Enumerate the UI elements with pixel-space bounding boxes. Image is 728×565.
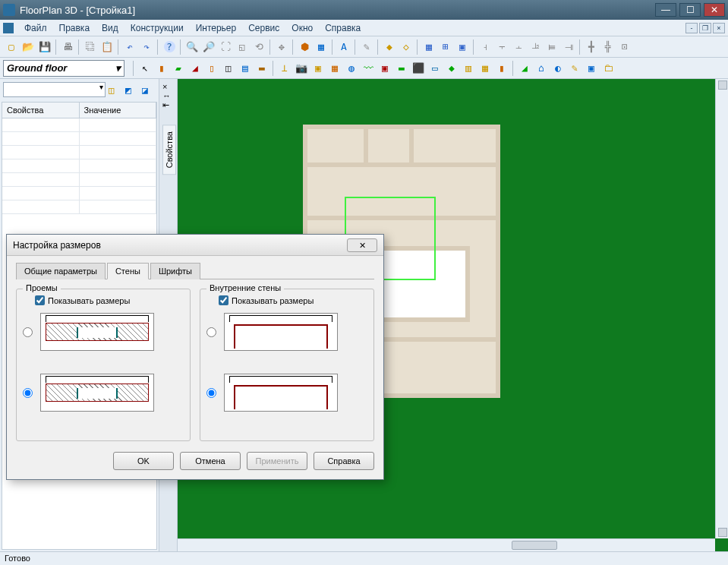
pointer-icon[interactable]: ↖ (137, 61, 153, 76)
scrollbar-horizontal[interactable] (178, 538, 715, 551)
prop-col-name[interactable]: Свойства (2, 103, 80, 118)
house-icon[interactable]: ⌂ (534, 61, 549, 76)
stairs-icon[interactable]: ▤ (238, 61, 253, 76)
beam-icon[interactable]: ⟂ (277, 61, 292, 76)
light-icon[interactable]: ▣ (310, 61, 326, 76)
menu-interior[interactable]: Интерьер (190, 21, 243, 35)
redo-icon[interactable]: ↷ (139, 39, 154, 55)
menu-file[interactable]: Файл (18, 21, 53, 35)
checkbox-show-dimensions-openings[interactable] (35, 295, 45, 305)
align-left-icon[interactable]: ⫞ (477, 39, 493, 55)
paste-icon[interactable]: 📋 (99, 39, 115, 55)
camera-icon[interactable]: 📷 (294, 61, 309, 76)
grid-icon[interactable]: ▦ (421, 39, 436, 55)
side-icon1[interactable]: ◫ (109, 83, 122, 96)
furniture-icon[interactable]: ▬ (394, 61, 409, 76)
tab-walls[interactable]: Стены (107, 263, 149, 279)
world-icon[interactable]: ◐ (550, 61, 566, 76)
side-icon2[interactable]: ◩ (125, 83, 139, 96)
radio-walls-style1[interactable] (206, 327, 216, 337)
car-icon[interactable]: ▥ (461, 61, 476, 76)
zoom-in-icon[interactable]: 🔍 (184, 39, 200, 55)
zoom-window-icon[interactable]: ◱ (235, 39, 250, 55)
menu-view[interactable]: Вид (96, 21, 124, 35)
element-icon[interactable]: ▣ (584, 61, 599, 76)
render-icon[interactable]: ▣ (455, 39, 470, 55)
rail-icon[interactable]: ▮ (494, 61, 509, 76)
side-combo[interactable] (3, 82, 106, 97)
zoom-prev-icon[interactable]: ⟲ (251, 39, 266, 55)
menu-help[interactable]: Справка (319, 21, 367, 35)
close-button[interactable]: ✕ (704, 3, 725, 17)
snap-icon[interactable]: ⊞ (438, 39, 453, 55)
align-center-icon[interactable]: ⫟ (494, 39, 509, 55)
slab-icon[interactable]: ▰ (171, 61, 186, 76)
tree-icon[interactable]: ⬛ (411, 61, 426, 76)
ok-button[interactable]: OK (113, 452, 174, 470)
menu-edit[interactable]: Правка (53, 21, 96, 35)
open-icon[interactable]: 📂 (20, 39, 36, 55)
maximize-button[interactable]: ☐ (679, 3, 701, 17)
mdi-close[interactable]: × (713, 23, 725, 33)
layer-icon[interactable]: ✎ (359, 39, 374, 55)
checkbox-show-dimensions-walls[interactable] (219, 295, 228, 305)
road-icon[interactable]: ▭ (427, 61, 443, 76)
zoom-out-icon[interactable]: 🔎 (201, 39, 216, 55)
paint-icon[interactable]: ◢ (517, 61, 532, 76)
group-icon[interactable]: ⊡ (617, 39, 632, 55)
dist-v-icon[interactable]: ╬ (600, 39, 616, 55)
new-icon[interactable]: ▢ (4, 39, 19, 55)
pan-icon[interactable]: ✥ (274, 39, 289, 55)
dist-h-icon[interactable]: ╋ (584, 39, 599, 55)
floor-selector[interactable]: Ground floor (3, 60, 124, 77)
dialog-close-button[interactable]: ✕ (347, 238, 377, 252)
vtab-properties[interactable]: Свойства (162, 125, 176, 175)
shape2-icon[interactable]: ◇ (399, 39, 414, 55)
scrollbar-vertical[interactable] (715, 79, 728, 538)
radio-walls-style2[interactable] (206, 388, 216, 398)
apply-button[interactable]: Применить (247, 452, 307, 470)
mdi-restore[interactable]: ❐ (699, 23, 711, 33)
cancel-button[interactable]: Отмена (180, 452, 241, 470)
scrollbar-thumb[interactable] (512, 541, 557, 550)
pin-icon[interactable]: ×↔⇤ (162, 82, 171, 110)
menu-service[interactable]: Сервис (242, 21, 285, 35)
folder-icon[interactable]: 🗀 (600, 61, 616, 76)
side-icon3[interactable]: ◪ (142, 83, 156, 96)
viewplan-icon[interactable]: ▦ (314, 39, 329, 55)
help-button[interactable]: Справка (314, 452, 374, 470)
text2-icon[interactable]: ◆ (444, 61, 459, 76)
prop-col-value[interactable]: Значение (80, 103, 157, 118)
help-icon[interactable]: ? (162, 39, 177, 55)
window-icon[interactable]: ◫ (221, 61, 236, 76)
text-tool-icon[interactable]: A (336, 39, 351, 55)
pencil-icon[interactable]: ✎ (567, 61, 582, 76)
mdi-minimize[interactable]: - (685, 23, 698, 33)
minimize-button[interactable]: — (655, 3, 676, 17)
align-right-icon[interactable]: ⫠ (511, 39, 526, 55)
align-bottom-icon[interactable]: ⫣ (561, 39, 576, 55)
undo-icon[interactable]: ↶ (122, 39, 137, 55)
tab-general[interactable]: Общие параметры (16, 263, 106, 279)
dialog-title-bar[interactable]: Настройка размеров ✕ (7, 235, 383, 256)
menu-constructions[interactable]: Конструкции (124, 21, 190, 35)
wall-icon[interactable]: ▮ (154, 61, 169, 76)
radio-openings-style1[interactable] (23, 327, 33, 337)
align-middle-icon[interactable]: ⫢ (544, 39, 559, 55)
object1-icon[interactable]: ▦ (327, 61, 342, 76)
door-icon[interactable]: ▯ (204, 61, 219, 76)
copy-icon[interactable]: ⿻ (83, 39, 98, 55)
column-icon[interactable]: ▬ (254, 61, 269, 76)
object3-icon[interactable]: 〰 (361, 61, 376, 76)
view3d-icon[interactable]: ⬢ (297, 39, 312, 55)
shape1-icon[interactable]: ◆ (382, 39, 397, 55)
zoom-fit-icon[interactable]: ⛶ (218, 39, 233, 55)
align-top-icon[interactable]: ⫡ (528, 39, 543, 55)
object4-icon[interactable]: ▣ (377, 61, 392, 76)
save-icon[interactable]: 💾 (37, 39, 52, 55)
tab-fonts[interactable]: Шрифты (150, 263, 200, 279)
print-icon[interactable]: 🖶 (60, 39, 75, 55)
fence-icon[interactable]: ▦ (477, 61, 493, 76)
radio-openings-style2[interactable] (23, 388, 33, 398)
object2-icon[interactable]: ◍ (344, 61, 359, 76)
